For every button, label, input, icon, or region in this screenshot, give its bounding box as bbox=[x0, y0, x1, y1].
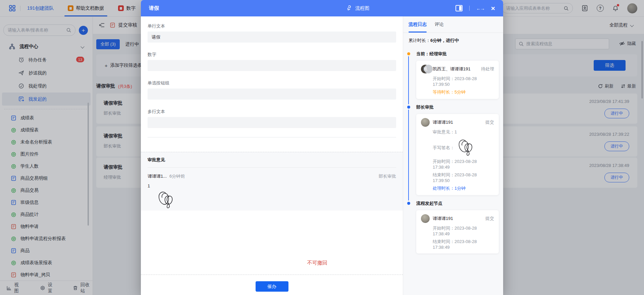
end-time: 结束时间：2023-08-28 17:39:50 bbox=[433, 172, 494, 183]
start-time: 开始时间：2023-08-28 17:39:50 bbox=[433, 76, 494, 87]
end-time: 结束时间：2023-08-28 17:38:49 bbox=[433, 239, 494, 250]
flow-chart-label: 流程图 bbox=[355, 5, 369, 11]
timeline-dot-blue bbox=[407, 106, 410, 109]
multi-line-text-field[interactable] bbox=[148, 117, 396, 128]
flow-log-content: 累计时长：6分钟，进行中 当前：经理审批 凯 凯西王、谭谭谭191 待处理 bbox=[403, 33, 503, 295]
node-title: 部长审批 bbox=[416, 104, 499, 110]
start-time: 开始时间：2023-08-28 17:38:49 bbox=[433, 225, 494, 236]
timeline-node-current: 当前：经理审批 凯 凯西王、谭谭谭191 待处理 开始时间：2023-08-28… bbox=[407, 51, 499, 99]
expand-width-icon[interactable]: ←→ bbox=[476, 6, 484, 11]
approval-section-title: 审批意见 bbox=[148, 152, 396, 163]
comment-time: 6分钟前 bbox=[169, 173, 185, 179]
timeline-dot-orange bbox=[407, 52, 410, 55]
signature-label: 手写签名： bbox=[433, 145, 454, 151]
form-detail-panel: 单行文本 请假 数字 单选按钮组 多行文本 审批意见 谭谭谭1... 6分钟前 … bbox=[141, 16, 403, 295]
node-title: 流程发起节点 bbox=[416, 200, 499, 206]
timeline-node-minister: 部长审批 谭谭谭191 提交 审批意见：1 手写签名： bbox=[407, 104, 499, 195]
wait-duration: 等待时长：5分钟 bbox=[433, 89, 494, 95]
node-card: 谭谭谭191 提交 审批意见：1 手写签名： bbox=[416, 114, 499, 195]
avatar: 凯 bbox=[421, 65, 430, 73]
flow-chart-icon bbox=[347, 5, 353, 11]
footer-dashed-divider bbox=[141, 275, 403, 275]
approval-divider bbox=[148, 167, 396, 168]
active-tab-underline bbox=[409, 32, 427, 33]
flow-panel-tabs: 流程日志 评论 bbox=[403, 16, 503, 33]
approval-opinion-section: 审批意见 谭谭谭1... 6分钟前 部长审批 1 bbox=[141, 152, 403, 211]
comment-content: 1 bbox=[148, 183, 396, 188]
signature-image bbox=[156, 190, 396, 209]
toggle-panel-icon[interactable] bbox=[455, 5, 463, 11]
field-label: 多行文本 bbox=[148, 109, 396, 115]
comment-node: 部长审批 bbox=[379, 173, 396, 179]
tab-flow-log[interactable]: 流程日志 bbox=[409, 16, 427, 33]
approval-opinion: 审批意见：1 bbox=[433, 129, 494, 135]
assignee-names: 谭谭谭191 bbox=[433, 216, 453, 222]
signature-image bbox=[456, 137, 477, 156]
node-status: 待处理 bbox=[481, 66, 494, 72]
close-icon[interactable]: × bbox=[491, 5, 495, 12]
tab-comments[interactable]: 评论 bbox=[435, 16, 444, 33]
duration-sep: ， bbox=[441, 38, 446, 43]
header-divider bbox=[469, 6, 470, 11]
single-line-text-field[interactable]: 请假 bbox=[148, 32, 396, 43]
form-divider bbox=[148, 137, 396, 137]
modal-title: 请假 bbox=[149, 5, 159, 11]
node-status: 提交 bbox=[485, 119, 494, 125]
assignee-names: 凯西王、谭谭谭191 bbox=[433, 66, 471, 72]
modal-header: 请假 流程图 ←→ × bbox=[141, 0, 503, 16]
node-card: 凯 凯西王、谭谭谭191 待处理 开始时间：2023-08-28 17:39:5… bbox=[416, 61, 499, 99]
total-duration: 累计时长：6分钟，进行中 bbox=[409, 38, 499, 44]
avatar bbox=[421, 214, 430, 223]
duration-prefix: 累计时长： bbox=[409, 38, 430, 43]
urge-button[interactable]: 催办 bbox=[256, 281, 288, 292]
duration-status: 进行中 bbox=[446, 38, 459, 43]
avatar bbox=[421, 118, 430, 127]
timeline-node-initiator: 流程发起节点 谭谭谭191 提交 开始时间：2023-08-28 17:38:4… bbox=[407, 200, 499, 253]
revoke-hint: 不可撤回 bbox=[307, 260, 327, 266]
field-label: 数字 bbox=[148, 52, 396, 58]
duration-value: 6分钟 bbox=[430, 38, 441, 43]
timeline-dot-blue bbox=[407, 202, 410, 205]
field-label: 单行文本 bbox=[148, 23, 396, 29]
node-card: 谭谭谭191 提交 开始时间：2023-08-28 17:38:49 结束时间：… bbox=[416, 210, 499, 253]
flow-log-tab-label: 流程日志 bbox=[409, 21, 427, 27]
field-label: 单选按钮组 bbox=[148, 80, 396, 86]
avatar-initial: 凯 bbox=[423, 66, 427, 72]
comment-author: 谭谭谭1... bbox=[148, 173, 167, 179]
start-time: 开始时间：2023-08-28 17:38:49 bbox=[433, 159, 494, 170]
node-status: 提交 bbox=[485, 216, 494, 222]
number-field[interactable] bbox=[148, 60, 396, 71]
flow-log-panel: 流程日志 评论 累计时长：6分钟，进行中 当前：经理审批 bbox=[403, 16, 503, 295]
comments-tab-label: 评论 bbox=[435, 21, 444, 27]
assignee-names: 谭谭谭191 bbox=[433, 119, 453, 125]
node-title: 当前：经理审批 bbox=[416, 51, 499, 57]
leave-request-modal: 请假 流程图 ←→ × 单行文本 请假 数字 单选按钮组 多行文本 bbox=[141, 0, 503, 295]
handle-duration: 处理时长：1分钟 bbox=[433, 185, 494, 191]
radio-group-field[interactable] bbox=[148, 88, 396, 100]
